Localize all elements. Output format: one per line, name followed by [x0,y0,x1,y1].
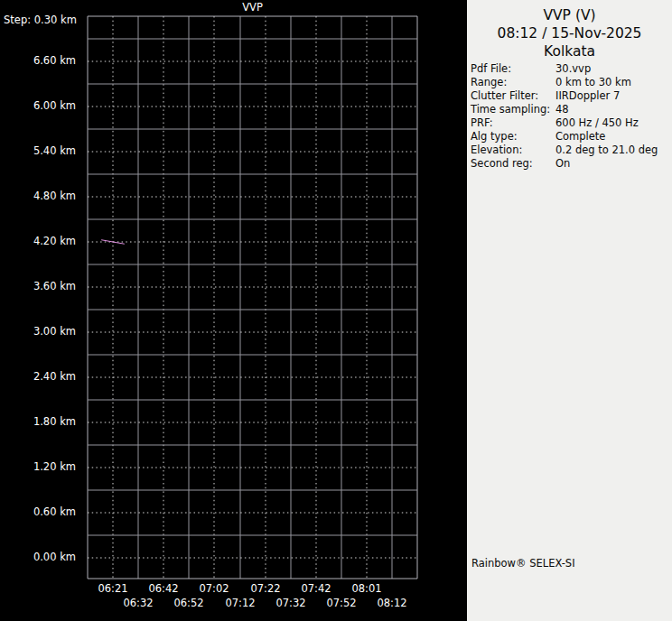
param-label: Elevation: [471,144,555,157]
x-tick-label: 06:32 [115,598,162,609]
x-tick-label: 08:12 [369,598,415,609]
param-row: Time sampling:48 [471,103,670,116]
y-tick-label: 4.80 km [0,190,76,202]
param-label: Second reg: [471,157,555,171]
param-value: 600 Hz / 450 Hz [555,116,639,130]
y-tick-label: 6.00 km [0,100,76,112]
panel-station-name: Kolkata [467,42,672,60]
param-value: 30.vvp [555,62,591,76]
y-tick-label: 0.00 km [0,551,76,563]
y-tick-label: 3.00 km [0,326,76,338]
x-tick-label: 07:22 [242,583,289,595]
y-tick-label: 2.40 km [0,371,76,383]
x-tick-label: 06:52 [165,598,212,609]
y-tick-label: 0.60 km [0,506,76,518]
parameter-list: Pdf File:30.vvpRange:0 km to 30 kmClutte… [471,62,670,171]
x-tick-label: 06:42 [140,583,187,595]
param-label: Pdf File: [471,62,555,76]
y-tick-label: 4.20 km [0,236,76,247]
vvp-window: VVP Step: 0.30 km 6.60 km6.00 km5.40 km4… [0,0,672,621]
panel-datetime: 08:12 / 15-Nov-2025 [467,24,672,42]
param-label: Clutter Filter: [471,89,555,103]
param-row: Pdf File:30.vvp [471,62,670,76]
x-tick-label: 06:21 [89,583,136,595]
wind-profile-plot: VVP Step: 0.30 km 6.60 km6.00 km5.40 km4… [0,0,467,621]
y-tick-label: 6.60 km [0,55,76,67]
brand-footer: Rainbow® SELEX-SI [471,557,575,570]
y-tick-label: 5.40 km [0,145,76,157]
param-label: Time sampling: [471,103,555,116]
param-value: On [555,157,570,171]
param-row: Range:0 km to 30 km [471,76,670,89]
param-value: Complete [555,130,605,144]
wind-barb-chart [0,0,467,621]
x-tick-label: 07:42 [293,583,340,595]
param-row: Alg type:Complete [471,130,670,144]
x-tick-label: 07:52 [318,598,365,609]
param-row: PRF:600 Hz / 450 Hz [471,116,670,130]
x-tick-label: 07:12 [217,598,264,609]
altitude-step-label: Step: 0.30 km [4,14,77,26]
param-row: Clutter Filter:IIRDoppler 7 [471,89,670,103]
y-tick-label: 1.20 km [0,461,76,473]
x-tick-label: 07:02 [191,583,238,595]
y-tick-label: 3.60 km [0,281,76,292]
param-label: PRF: [471,116,555,130]
param-value: 0.2 deg to 21.0 deg [555,144,658,157]
param-value: IIRDoppler 7 [555,89,620,103]
panel-title: VVP (V) [467,6,672,24]
x-tick-label: 08:01 [343,583,390,595]
y-tick-label: 1.80 km [0,416,76,428]
param-value: 0 km to 30 km [555,76,631,89]
chart-title: VVP [88,1,417,14]
param-value: 48 [555,103,569,116]
param-label: Range: [471,76,555,89]
param-row: Elevation:0.2 deg to 21.0 deg [471,144,670,157]
x-tick-label: 07:32 [267,598,314,609]
param-row: Second reg:On [471,157,670,171]
param-label: Alg type: [471,130,555,144]
info-panel: VVP (V) 08:12 / 15-Nov-2025 Kolkata Pdf … [467,0,672,621]
